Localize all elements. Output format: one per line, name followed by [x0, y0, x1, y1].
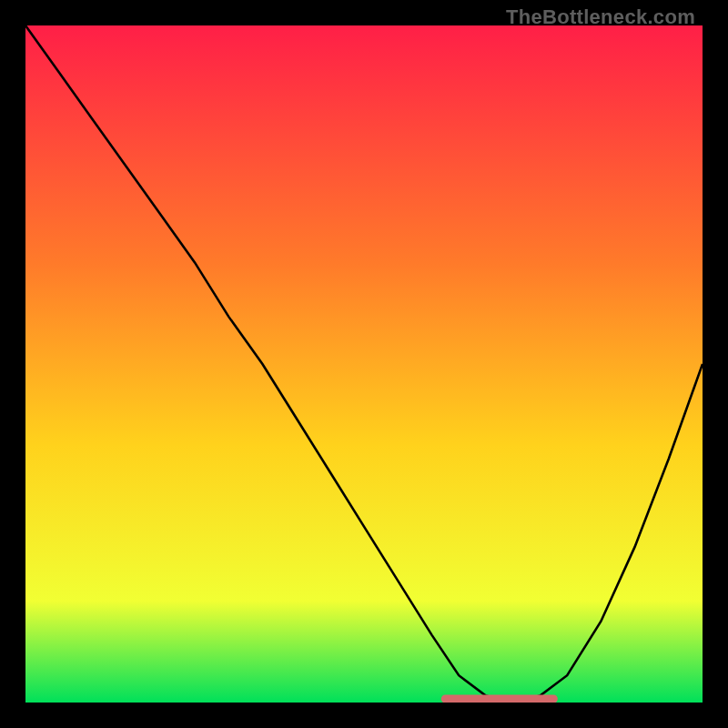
chart-background: [25, 25, 703, 703]
watermark-text: TheBottleneck.com: [506, 5, 695, 29]
bottleneck-chart: [25, 25, 703, 703]
